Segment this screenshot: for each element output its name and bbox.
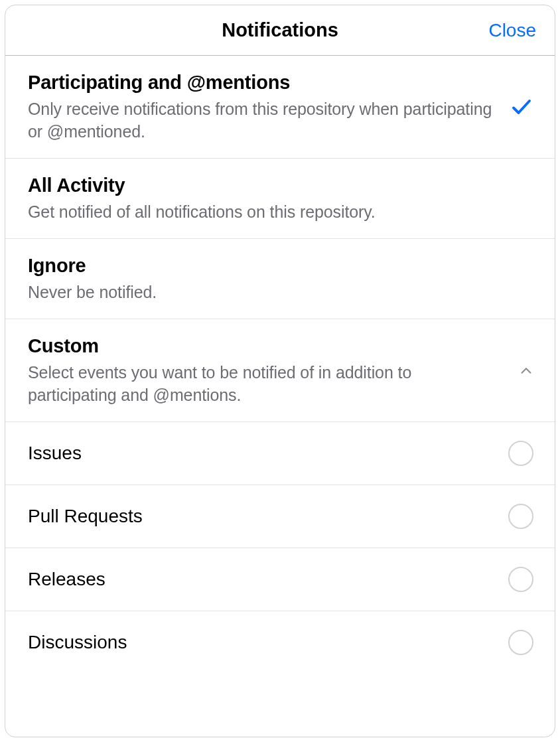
event-label: Releases xyxy=(28,569,105,590)
chevron-up-icon xyxy=(519,363,533,378)
radio-unchecked[interactable] xyxy=(508,567,533,592)
option-title: Custom xyxy=(28,334,503,358)
option-title: Ignore xyxy=(28,254,533,277)
option-description: Never be notified. xyxy=(28,281,533,304)
option-custom[interactable]: Custom Select events you want to be noti… xyxy=(5,319,555,422)
option-title: All Activity xyxy=(28,173,533,197)
close-button[interactable]: Close xyxy=(488,20,536,41)
option-text: Participating and @mentions Only receive… xyxy=(28,70,494,143)
option-description: Select events you want to be notified of… xyxy=(28,362,503,407)
event-label: Discussions xyxy=(28,632,127,653)
radio-unchecked[interactable] xyxy=(508,441,533,466)
event-label: Pull Requests xyxy=(28,506,143,527)
option-text: Ignore Never be notified. xyxy=(28,254,533,304)
event-discussions[interactable]: Discussions xyxy=(5,611,555,674)
option-ignore[interactable]: Ignore Never be notified. xyxy=(5,239,555,319)
option-participating[interactable]: Participating and @mentions Only receive… xyxy=(5,56,555,159)
option-text: All Activity Get notified of all notific… xyxy=(28,173,533,224)
options-list: Participating and @mentions Only receive… xyxy=(5,56,555,737)
option-text: Custom Select events you want to be noti… xyxy=(28,334,503,407)
sheet-title: Notifications xyxy=(222,19,338,41)
radio-unchecked[interactable] xyxy=(508,504,533,529)
event-issues[interactable]: Issues xyxy=(5,422,555,485)
option-all-activity[interactable]: All Activity Get notified of all notific… xyxy=(5,159,555,239)
event-pull-requests[interactable]: Pull Requests xyxy=(5,485,555,548)
radio-unchecked[interactable] xyxy=(508,630,533,655)
option-description: Get notified of all notifications on thi… xyxy=(28,201,533,224)
event-releases[interactable]: Releases xyxy=(5,548,555,611)
event-label: Issues xyxy=(28,443,82,464)
notifications-sheet: Notifications Close Participating and @m… xyxy=(5,5,555,737)
checkmark-icon xyxy=(510,95,533,119)
option-title: Participating and @mentions xyxy=(28,70,494,94)
option-description: Only receive notifications from this rep… xyxy=(28,98,494,143)
sheet-header: Notifications Close xyxy=(5,5,555,56)
